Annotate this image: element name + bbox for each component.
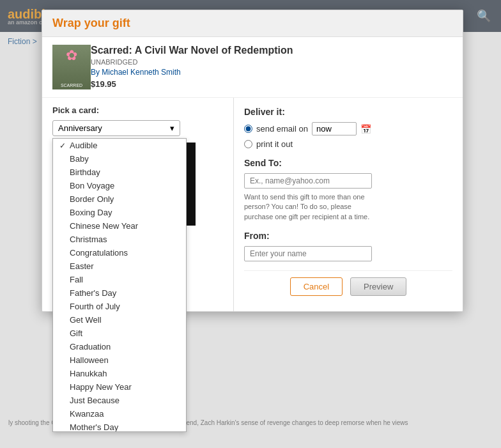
check-mark: ✓ xyxy=(59,141,70,150)
dropdown-item-bon-voyage[interactable]: Bon Voyage xyxy=(53,179,186,192)
dropdown-item-baby[interactable]: Baby xyxy=(53,152,186,166)
dropdown-item-label: Get Well xyxy=(70,315,102,325)
product-subtitle: UNABRIDGED xyxy=(91,58,452,66)
card-select-display[interactable]: Anniversary ▾ xyxy=(52,120,180,136)
card-select-wrapper: Anniversary ▾ ✓ Audible Baby xyxy=(52,120,223,136)
print-row: print it out xyxy=(244,139,452,149)
dropdown-item-label: Fall xyxy=(70,275,83,284)
dropdown-item-just-because[interactable]: Just Because xyxy=(53,394,186,407)
send-email-row: send email on 📅 xyxy=(244,122,452,135)
left-panel: Pick a card: Anniversary ▾ ✓ Audible xyxy=(42,98,234,311)
dropdown-item-label: Hanukkah xyxy=(70,369,107,378)
dropdown-item-audible[interactable]: ✓ Audible xyxy=(53,139,186,152)
dropdown-item-graduation[interactable]: Graduation xyxy=(53,340,186,353)
dropdown-item-label: Baby xyxy=(70,154,89,164)
dropdown-item-label: Border Only xyxy=(70,194,114,204)
dropdown-item-kwanzaa[interactable]: Kwanzaa xyxy=(53,407,186,421)
send-email-radio[interactable] xyxy=(244,125,252,133)
from-title: From: xyxy=(244,231,452,241)
book-cover-title-text: SCARRED xyxy=(59,82,84,89)
dropdown-item-label: Audible xyxy=(70,141,97,150)
card-dropdown-list: ✓ Audible Baby Birthday Bon Voyage xyxy=(52,138,187,432)
pick-card-label: Pick a card: xyxy=(52,105,223,115)
dropdown-item-label: Graduation xyxy=(70,342,111,351)
right-panel: Deliver it: send email on 📅 print it out… xyxy=(234,98,463,311)
dropdown-item-chinese-new-year[interactable]: Chinese New Year xyxy=(53,219,186,233)
dropdown-item-label: Chinese New Year xyxy=(70,221,138,231)
send-to-section: Send To: Want to send this gift to more … xyxy=(244,158,452,222)
dropdown-item-label: Boxing Day xyxy=(70,208,112,217)
send-to-info: Want to send this gift to more than one … xyxy=(244,192,372,222)
book-cover-image: SCARRED xyxy=(52,45,91,89)
dropdown-item-label: Just Because xyxy=(70,396,119,405)
dropdown-item-hanukkah[interactable]: Hanukkah xyxy=(53,367,186,380)
deliver-title: Deliver it: xyxy=(244,107,452,117)
dropdown-item-mothers-day[interactable]: Mother's Day xyxy=(53,421,186,432)
print-radio[interactable] xyxy=(244,140,252,148)
dropdown-item-get-well[interactable]: Get Well xyxy=(53,313,186,327)
modal-title: Wrap your gift xyxy=(52,17,130,29)
product-info-row: SCARRED Scarred: A Civil War Novel of Re… xyxy=(42,37,463,98)
dropdown-item-christmas[interactable]: Christmas xyxy=(53,233,186,246)
product-details: Scarred: A Civil War Novel of Redemption… xyxy=(91,45,452,89)
dropdown-item-fall[interactable]: Fall xyxy=(53,273,186,286)
deliver-section: Deliver it: send email on 📅 print it out xyxy=(244,107,452,149)
dropdown-item-label: Fourth of July xyxy=(70,302,120,311)
modal-body: Pick a card: Anniversary ▾ ✓ Audible xyxy=(42,98,463,311)
dropdown-item-fourth-of-july[interactable]: Fourth of July xyxy=(53,300,186,313)
dropdown-item-fathers-day[interactable]: Father's Day xyxy=(53,286,186,300)
dropdown-item-easter[interactable]: Easter xyxy=(53,259,186,273)
dropdown-arrow-icon: ▾ xyxy=(170,123,174,133)
from-section: From: xyxy=(244,231,452,261)
modal-actions: Cancel Preview xyxy=(244,270,452,302)
send-email-label: send email on xyxy=(256,124,308,134)
wrap-gift-modal: Wrap your gift SCARRED Scarred: A Civil … xyxy=(42,10,463,312)
dropdown-item-boxing-day[interactable]: Boxing Day xyxy=(53,206,186,219)
from-name-input[interactable] xyxy=(244,246,372,261)
dropdown-item-label: Birthday xyxy=(70,167,100,177)
dropdown-item-birthday[interactable]: Birthday xyxy=(53,166,186,179)
dropdown-item-halloween[interactable]: Halloween xyxy=(53,353,186,367)
dropdown-item-label: Happy New Year xyxy=(70,382,132,392)
send-date-input[interactable] xyxy=(312,122,357,135)
calendar-icon[interactable]: 📅 xyxy=(360,124,371,134)
dropdown-item-gift[interactable]: Gift xyxy=(53,327,186,340)
dropdown-item-label: Kwanzaa xyxy=(70,409,104,419)
modal-header: Wrap your gift xyxy=(42,10,463,37)
dropdown-item-congratulations[interactable]: Congratulations xyxy=(53,246,186,259)
cancel-button[interactable]: Cancel xyxy=(290,277,343,296)
dropdown-item-label: Easter xyxy=(70,261,94,271)
dropdown-item-label: Father's Day xyxy=(70,288,116,298)
dropdown-item-label: Halloween xyxy=(70,355,109,365)
dropdown-item-border-only[interactable]: Border Only xyxy=(53,192,186,206)
dropdown-item-label: Christmas xyxy=(70,235,107,244)
print-label: print it out xyxy=(256,139,293,149)
selected-card-label: Anniversary xyxy=(58,123,102,133)
author-link[interactable]: Michael Kenneth Smith xyxy=(102,68,180,77)
dropdown-item-label: Bon Voyage xyxy=(70,181,114,190)
product-author[interactable]: By Michael Kenneth Smith xyxy=(91,68,452,77)
dropdown-item-label: Mother's Day xyxy=(70,422,118,432)
dropdown-item-label: Gift xyxy=(70,328,82,338)
email-input[interactable] xyxy=(244,173,372,189)
product-title: Scarred: A Civil War Novel of Redemption xyxy=(91,45,452,56)
send-to-title: Send To: xyxy=(244,158,452,168)
dropdown-item-label: Congratulations xyxy=(70,248,128,258)
dropdown-item-happy-new-year[interactable]: Happy New Year xyxy=(53,380,186,394)
preview-button[interactable]: Preview xyxy=(350,277,406,296)
product-price: $19.95 xyxy=(91,79,452,89)
